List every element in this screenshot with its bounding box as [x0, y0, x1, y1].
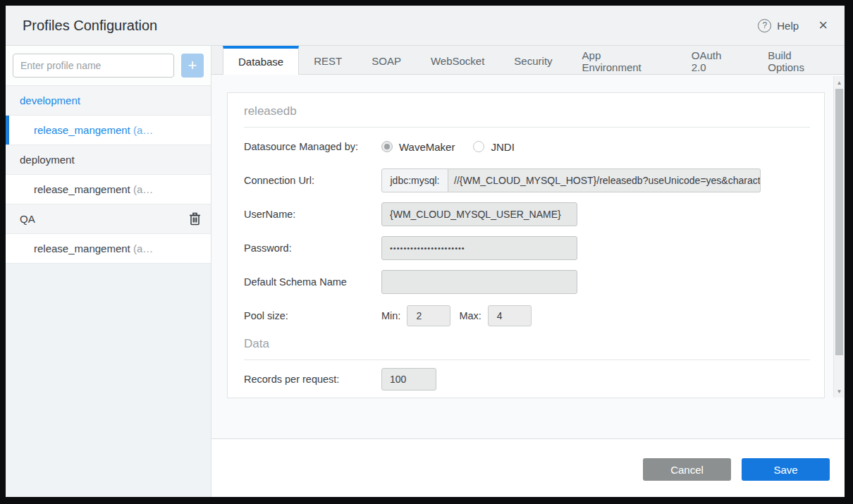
database-config-card: releasedb Datasource Managed by: WaveMak…: [227, 92, 825, 398]
radio-jndi-label: JNDI: [491, 141, 514, 153]
profile-item-suffix: (a…: [130, 183, 154, 195]
profiles-sidebar: + development release_mangement (a… depl…: [6, 46, 211, 497]
sidebar-item-deployment[interactable]: deployment: [6, 145, 211, 175]
help-label: Help: [777, 20, 799, 32]
password-label: Password:: [244, 242, 381, 254]
scroll-up-icon[interactable]: ▲: [834, 78, 845, 87]
profile-group-label: development: [20, 94, 80, 106]
sidebar-item-release-mangement-qa[interactable]: release_mangement (a…: [6, 234, 211, 264]
password-input[interactable]: ••••••••••••••••••••••: [381, 236, 577, 260]
username-input[interactable]: {WM_CLOUD_MYSQL_USER_NAME}: [381, 202, 577, 226]
add-profile-button[interactable]: +: [181, 54, 204, 78]
dialog-header: Profiles Configuration ? Help ×: [6, 6, 845, 46]
sidebar-item-release-mangement-deploy[interactable]: release_mangement (a…: [6, 175, 211, 204]
radio-unselected-icon: [473, 141, 484, 152]
profile-item-label: release_mangement: [34, 124, 130, 136]
tab-content-pane: releasedb Datasource Managed by: WaveMak…: [211, 75, 845, 438]
sidebar-item-development[interactable]: development: [6, 86, 211, 116]
tab-oauth[interactable]: OAuth 2.0: [677, 45, 753, 74]
radio-wavemaker-label: WaveMaker: [399, 141, 455, 153]
help-icon: ?: [758, 19, 771, 32]
tab-database[interactable]: Database: [223, 46, 299, 75]
scrollbar[interactable]: ▲ ▼: [833, 76, 844, 398]
username-row: UserName: {WM_CLOUD_MYSQL_USER_NAME}: [244, 197, 810, 231]
profile-name-input[interactable]: [13, 54, 174, 78]
datasource-radio-group: WaveMaker JNDI: [381, 141, 515, 153]
tab-websocket[interactable]: WebSocket: [416, 45, 499, 74]
radio-selected-icon: [381, 141, 393, 152]
records-per-request-label: Records per request:: [244, 374, 381, 385]
config-tabs: Database REST SOAP WebSocket Security Ap…: [211, 46, 845, 75]
scrollbar-thumb[interactable]: [835, 89, 843, 355]
profile-item-suffix: (a…: [130, 242, 154, 254]
pool-size-row: Pool size: Min: 2 Max: 4: [244, 299, 810, 333]
profile-list: development release_mangement (a… deploy…: [6, 86, 211, 264]
profile-search-row: +: [6, 46, 211, 86]
username-label: UserName:: [244, 209, 381, 220]
radio-jndi[interactable]: JNDI: [473, 141, 514, 153]
data-section-divider: [244, 359, 810, 360]
delete-profile-button[interactable]: [189, 212, 201, 226]
default-schema-label: Default Schema Name: [244, 276, 381, 288]
profile-item-label: release_mangement: [34, 242, 130, 254]
data-section-title: Data: [244, 337, 810, 351]
close-icon[interactable]: ×: [818, 18, 828, 33]
sidebar-empty-area: [6, 264, 211, 497]
datasource-label: Datasource Managed by:: [244, 141, 381, 152]
help-button[interactable]: ? Help: [758, 19, 799, 32]
records-per-request-row: Records per request: 100: [244, 362, 810, 396]
pool-min-input[interactable]: 2: [407, 305, 450, 326]
dialog-footer: Cancel Save: [211, 438, 845, 497]
tab-app-environment[interactable]: App Environment: [567, 45, 677, 74]
pool-max-label: Max:: [459, 310, 481, 321]
password-row: Password: ••••••••••••••••••••••: [244, 231, 810, 265]
radio-wavemaker[interactable]: WaveMaker: [381, 141, 455, 153]
default-schema-input[interactable]: [381, 270, 577, 294]
tab-rest[interactable]: REST: [299, 45, 357, 74]
profile-item-label: release_mangement: [34, 183, 130, 195]
connection-url-input[interactable]: //{WM_CLOUD_MYSQL_HOST}/releasedb?useUni…: [448, 168, 761, 192]
default-schema-row: Default Schema Name: [244, 265, 810, 299]
dialog-body: + development release_mangement (a… depl…: [6, 46, 845, 497]
scroll-down-icon[interactable]: ▼: [834, 386, 845, 396]
jdbc-prefix: jdbc:mysql:: [381, 168, 448, 192]
records-per-request-input[interactable]: 100: [381, 368, 436, 391]
cancel-button[interactable]: Cancel: [643, 458, 731, 481]
pool-size-label: Pool size:: [244, 310, 381, 321]
pool-max-input[interactable]: 4: [488, 305, 532, 326]
save-button[interactable]: Save: [742, 458, 830, 481]
profile-group-label: QA: [20, 213, 35, 225]
sidebar-item-release-mangement-dev[interactable]: release_mangement (a…: [6, 116, 211, 145]
section-divider: [244, 127, 810, 128]
profile-item-suffix: (a…: [130, 124, 154, 136]
sidebar-item-qa[interactable]: QA: [6, 204, 211, 234]
connection-url-group: jdbc:mysql: //{WM_CLOUD_MYSQL_HOST}/rele…: [381, 168, 761, 192]
db-section-title: releasedb: [244, 104, 810, 118]
datasource-row: Datasource Managed by: WaveMaker JNDI: [244, 130, 810, 164]
profiles-configuration-dialog: Profiles Configuration ? Help × + develo…: [6, 6, 845, 497]
main-panel: Database REST SOAP WebSocket Security Ap…: [211, 46, 845, 497]
trash-icon: [189, 212, 201, 226]
connection-url-label: Connection Url:: [244, 175, 381, 186]
tab-security[interactable]: Security: [499, 45, 567, 74]
profile-group-label: deployment: [20, 154, 75, 166]
tab-build-options[interactable]: Build Options: [753, 45, 845, 74]
page-title: Profiles Configuration: [23, 18, 157, 34]
tab-soap[interactable]: SOAP: [357, 45, 416, 74]
pool-min-label: Min:: [381, 310, 400, 321]
connection-url-row: Connection Url: jdbc:mysql: //{WM_CLOUD_…: [244, 164, 810, 197]
